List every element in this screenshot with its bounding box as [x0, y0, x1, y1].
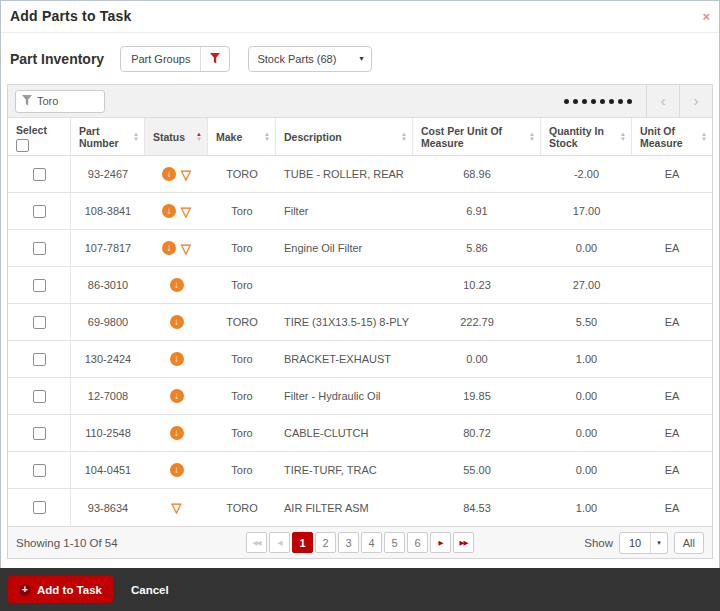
page-size-select[interactable]: 10 ▾ [619, 532, 668, 554]
column-header-make[interactable]: Make ▲▼ [208, 118, 276, 155]
quantity-cell: 1.00 [541, 341, 632, 377]
cost-cell: 10.23 [413, 267, 541, 303]
unit-cell: EA [632, 156, 712, 192]
part-groups-button[interactable]: Part Groups [120, 46, 230, 72]
cost-cell: 5.86 [413, 230, 541, 266]
part-number-cell: 12-7008 [71, 378, 145, 414]
cancel-button[interactable]: Cancel [131, 584, 169, 596]
chevron-right-icon: › [694, 93, 699, 109]
cost-cell: 222.79 [413, 304, 541, 340]
row-checkbox[interactable] [33, 168, 46, 181]
unit-cell: EA [632, 304, 712, 340]
sort-icon-active: ▲▼ [196, 132, 202, 141]
status-down-arrow-circle-icon: ↓ [170, 389, 184, 403]
row-checkbox[interactable] [33, 279, 46, 292]
column-header-description[interactable]: Description ▲▼ [276, 118, 413, 155]
cost-cell: 0.00 [413, 341, 541, 377]
status-warning-triangle-icon: ▽ [181, 205, 191, 218]
select-all-checkbox[interactable] [16, 139, 29, 152]
next-page-button[interactable]: ▶ [430, 532, 451, 553]
page-button-3[interactable]: 3 [338, 532, 359, 553]
column-pager-dots [564, 99, 632, 104]
page-button-1[interactable]: 1 [292, 532, 313, 553]
first-page-button[interactable]: ◀◀ [246, 532, 267, 553]
status-down-arrow-circle-icon: ↓ [170, 463, 184, 477]
column-header-status[interactable]: Status ▲▼ [145, 118, 208, 155]
status-cell: ↓ [145, 452, 208, 488]
quantity-cell: 17.00 [541, 193, 632, 229]
make-cell: Toro [208, 341, 276, 377]
row-checkbox[interactable] [33, 242, 46, 255]
sort-icon: ▲▼ [133, 132, 139, 141]
sort-icon: ▲▼ [701, 132, 707, 141]
part-number-cell: 104-0451 [71, 452, 145, 488]
page-size-controls: Show 10 ▾ All [474, 532, 704, 554]
table-row: 93-8634 ▽ TORO AIR FILTER ASM 84.53 1.00… [8, 489, 712, 526]
column-header-cost[interactable]: Cost Per Unit Of Measure ▲▼ [413, 118, 541, 155]
table-toolbar: Toro ‹ › [8, 85, 712, 118]
description-cell: TIRE-TURF, TRAC [276, 452, 413, 488]
row-checkbox[interactable] [33, 427, 46, 440]
select-cell [8, 230, 71, 266]
table-row: 86-3010 ↓ Toro 10.23 27.00 [8, 267, 712, 304]
quantity-cell: -2.00 [541, 156, 632, 192]
select-cell [8, 452, 71, 488]
unit-cell: EA [632, 415, 712, 451]
part-number-cell: 93-8634 [71, 489, 145, 526]
row-checkbox[interactable] [33, 390, 46, 403]
make-cell: Toro [208, 415, 276, 451]
row-checkbox[interactable] [33, 464, 46, 477]
filter-input[interactable]: Toro [15, 90, 105, 113]
cost-cell: 80.72 [413, 415, 541, 451]
status-cell: ↓▽ [145, 156, 208, 192]
page-button-6[interactable]: 6 [407, 532, 428, 553]
pager-dot [627, 99, 632, 104]
row-checkbox[interactable] [33, 316, 46, 329]
row-checkbox[interactable] [33, 501, 46, 514]
column-header-unit[interactable]: Unit Of Measure ▲▼ [632, 118, 712, 155]
page-button-2[interactable]: 2 [315, 532, 336, 553]
columns-prev-button[interactable]: ‹ [646, 85, 679, 117]
row-checkbox[interactable] [33, 353, 46, 366]
add-parts-to-task-modal: Add Parts to Task × Part Inventory Part … [0, 0, 720, 611]
caret-down-icon: ▾ [651, 533, 667, 553]
page-size-value: 10 [620, 533, 651, 553]
page-button-4[interactable]: 4 [361, 532, 382, 553]
quantity-cell: 0.00 [541, 415, 632, 451]
select-cell [8, 304, 71, 340]
status-down-arrow-circle-icon: ↓ [162, 204, 176, 218]
show-all-button[interactable]: All [674, 532, 704, 554]
table-row: 12-7008 ↓ Toro Filter - Hydraulic Oil 19… [8, 378, 712, 415]
pagination-pages: 123456 [292, 532, 428, 553]
status-cell: ↓▽ [145, 193, 208, 229]
part-number-cell: 93-2467 [71, 156, 145, 192]
table-row: 93-2467 ↓▽ TORO TUBE - ROLLER, REAR 68.9… [8, 156, 712, 193]
toolbar-right: ‹ › [564, 85, 712, 117]
column-header-quantity[interactable]: Quantity In Stock ▲▼ [541, 118, 632, 155]
cost-cell: 19.85 [413, 378, 541, 414]
page-button-5[interactable]: 5 [384, 532, 405, 553]
status-down-arrow-circle-icon: ↓ [170, 278, 184, 292]
add-to-task-button[interactable]: + Add to Task [8, 576, 113, 603]
row-checkbox[interactable] [33, 205, 46, 218]
status-cell: ↓ [145, 267, 208, 303]
prev-page-button[interactable]: ◀ [269, 532, 290, 553]
description-cell: Filter [276, 193, 413, 229]
unit-cell [632, 341, 712, 377]
column-header-part-number[interactable]: Part Number ▲▼ [71, 118, 145, 155]
status-down-arrow-circle-icon: ↓ [170, 315, 184, 329]
description-cell: AIR FILTER ASM [276, 489, 413, 526]
close-icon[interactable]: × [702, 10, 710, 23]
stock-parts-select[interactable]: Stock Parts (68) ▾ [248, 46, 372, 72]
page-title: Add Parts to Task [10, 8, 131, 24]
last-page-button[interactable]: ▶▶ [453, 532, 474, 553]
status-cell: ↓▽ [145, 230, 208, 266]
part-number-cell: 69-9800 [71, 304, 145, 340]
filter-funnel-icon [201, 47, 229, 71]
caret-down-icon: ▾ [359, 54, 363, 63]
cost-cell: 6.91 [413, 193, 541, 229]
quantity-cell: 0.00 [541, 230, 632, 266]
cost-cell: 68.96 [413, 156, 541, 192]
columns-next-button[interactable]: › [679, 85, 712, 117]
status-cell: ▽ [145, 489, 208, 526]
